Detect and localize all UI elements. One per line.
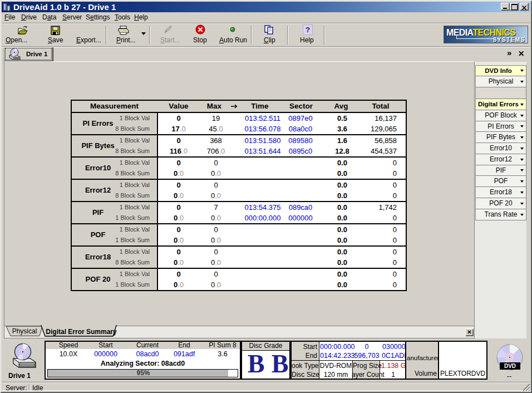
svg-text:Physical: Physical: [12, 327, 37, 335]
svg-text:DVD: DVD: [504, 363, 516, 369]
svg-text:Digital Error Summary: Digital Error Summary: [46, 328, 117, 336]
